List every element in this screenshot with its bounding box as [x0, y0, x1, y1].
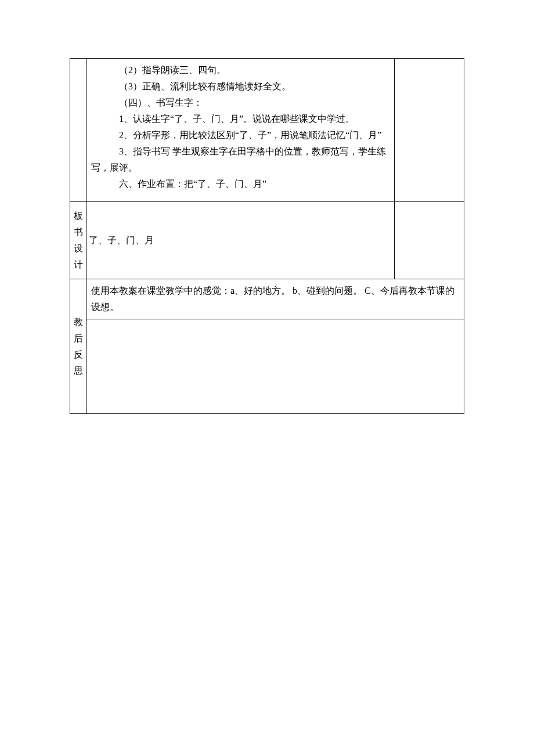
- label-char: 后: [73, 330, 84, 347]
- row1-label-cell: [70, 59, 86, 202]
- label-char: 计: [73, 257, 84, 273]
- label-char: 思: [73, 363, 84, 379]
- label-char: 反: [73, 347, 84, 363]
- lesson-plan-table: （2）指导朗读三、四句。 （3）正确、流利比较有感情地读好全文。 （四）、书写生…: [70, 58, 464, 414]
- label-char: 板: [73, 208, 84, 224]
- board-design-text: 了、子、门、月: [89, 235, 154, 245]
- row1-content-cell: （2）指导朗读三、四句。 （3）正确、流利比较有感情地读好全文。 （四）、书写生…: [86, 59, 395, 202]
- label-char: 教: [73, 314, 84, 330]
- row2-label-cell: 板 书 设 计: [70, 202, 86, 279]
- row3-note-cell: 使用本教案在课堂教学中的感觉：a、好的地方。 b、碰到的问题。 C、今后再教本节…: [86, 279, 464, 319]
- content-line: （3）正确、流利比较有感情地读好全文。: [91, 78, 389, 95]
- content-line: （2）指导朗读三、四句。: [91, 62, 389, 78]
- row3-empty-cell: [86, 319, 464, 414]
- content-line: 1、认读生字“了、子、门、月”。说说在哪些课文中学过。: [91, 111, 389, 127]
- content-line: （四）、书写生字：: [91, 95, 389, 111]
- table-row: 板 书 设 计 了、子、门、月: [70, 202, 464, 279]
- table-row: （2）指导朗读三、四句。 （3）正确、流利比较有感情地读好全文。 （四）、书写生…: [70, 59, 464, 202]
- label-char: 书: [73, 224, 84, 240]
- table-row: 教 后 反 思 使用本教案在课堂教学中的感觉：a、好的地方。 b、碰到的问题。 …: [70, 279, 464, 319]
- row3-label-cell: 教 后 反 思: [70, 279, 86, 414]
- row1-right-cell: [395, 59, 464, 202]
- content-line: 六、作业布置：把“了、子、门、月”: [91, 176, 389, 192]
- content-line: 2、分析字形，用比较法区别“了、子”，用说笔顺法记忆“门、月”: [91, 127, 389, 143]
- row2-content-cell: 了、子、门、月: [86, 202, 395, 279]
- content-line: 3、指导书写 学生观察生字在田字格中的位置，教师范写，学生练写，展评。: [91, 143, 389, 176]
- reflection-note: 使用本教案在课堂教学中的感觉：a、好的地方。 b、碰到的问题。 C、今后再教本节…: [91, 283, 459, 315]
- table-row: [70, 319, 464, 414]
- label-char: 设: [73, 240, 84, 257]
- row2-right-cell: [395, 202, 464, 279]
- reflection-space: [91, 323, 459, 410]
